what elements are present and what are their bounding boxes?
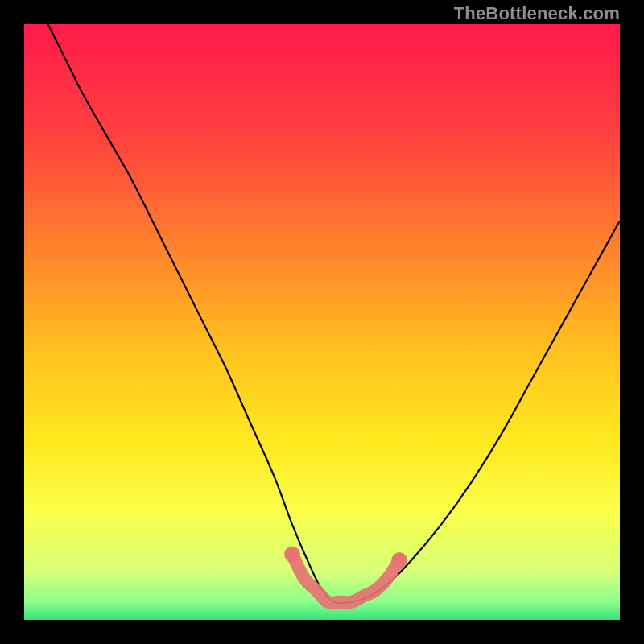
svg-point-0: [284, 547, 300, 563]
watermark-text: TheBottleneck.com: [454, 3, 620, 24]
svg-point-1: [391, 552, 407, 568]
outer-frame: TheBottleneck.com: [0, 0, 644, 644]
plot-area: [24, 24, 620, 620]
chart-svg: [24, 24, 620, 620]
gradient-background: [24, 24, 620, 620]
